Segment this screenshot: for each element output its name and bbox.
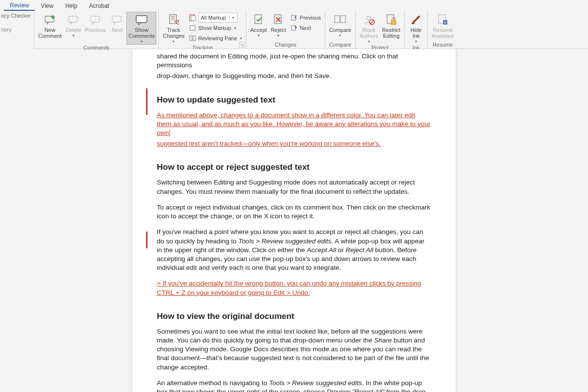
document-page[interactable]: shared the document in Editing mode, jus… [132, 49, 456, 392]
svg-rect-10 [191, 16, 196, 21]
document-area[interactable]: shared the document in Editing mode, jus… [0, 49, 588, 392]
svg-point-20 [367, 16, 370, 20]
change-indicator-bar[interactable] [146, 232, 147, 248]
body-text[interactable]: Switching between Editing and Suggesting… [157, 178, 431, 196]
group-label-changes: Changes [248, 42, 323, 48]
svg-rect-19 [341, 16, 345, 23]
tab-help[interactable]: Help [59, 1, 83, 10]
svg-text:in: in [444, 21, 447, 24]
next-comment-button[interactable]: Next [108, 12, 126, 34]
change-indicator-bar[interactable] [146, 88, 147, 115]
track-changes-button[interactable]: Track Changes ▾ [161, 12, 186, 45]
reject-button[interactable]: Reject ▾ [269, 12, 288, 39]
reviewing-pane-icon [189, 34, 196, 42]
previous-comment-button[interactable]: Previous [83, 12, 108, 34]
svg-rect-18 [335, 16, 340, 23]
delete-comment-button[interactable]: Delete ▾ [64, 12, 83, 39]
tracked-insertion[interactable]: suggested text aren't tracked—only when … [157, 139, 431, 148]
resume-assistant-button[interactable]: in Resume Assistant [430, 12, 456, 40]
group-comments: New Comment Delete ▾ Previous Next [34, 11, 159, 49]
text-cursor [170, 130, 170, 137]
markup-display-combo[interactable]: All Markup ▾ [187, 13, 245, 23]
chevron-down-icon: ▾ [240, 36, 242, 41]
chevron-down-icon: ▾ [258, 33, 260, 38]
svg-rect-5 [170, 15, 176, 24]
svg-line-22 [370, 20, 374, 24]
body-text[interactable]: drop-down, change to Suggesting mode, an… [157, 72, 431, 80]
chevron-down-icon: ▾ [172, 39, 174, 44]
next-change-button[interactable]: Next [288, 23, 323, 33]
heading[interactable]: How to view the original document [157, 311, 431, 322]
body-text[interactable]: An alternative method is navigating to T… [157, 379, 431, 392]
tracked-insertion[interactable]: > If you've accidentally hit the wrong b… [157, 279, 431, 297]
hide-ink-button[interactable]: Hide Ink ▾ [407, 12, 425, 45]
group-label-resume: Resume [430, 42, 456, 48]
group-changes: Accept ▾ Reject ▾ Previous [246, 11, 325, 49]
svg-rect-25 [412, 23, 415, 24]
group-resume: in Resume Assistant Resume [428, 11, 458, 49]
chevron-down-icon: ▾ [339, 33, 341, 38]
proofing-group-fragment: ncy Checker nary [0, 11, 34, 49]
chevron-down-icon: ▾ [277, 33, 279, 38]
svg-rect-16 [292, 15, 295, 20]
svg-rect-4 [136, 16, 147, 23]
tab-view[interactable]: View [35, 1, 59, 10]
heading[interactable]: How to accept or reject suggested text [157, 162, 431, 173]
ribbon: New Comment Delete ▾ Previous Next [0, 11, 588, 49]
group-ink: Hide Ink ▾ Ink [405, 11, 428, 49]
block-authors-icon [362, 13, 376, 26]
show-markup-icon [189, 24, 196, 32]
tab-acrobat[interactable]: Acrobat [83, 1, 115, 10]
restrict-editing-icon [384, 13, 398, 26]
menu-tab-bar: Review View Help Acrobat [0, 0, 588, 11]
show-comments-button[interactable]: Show Comments ▾ [126, 12, 156, 45]
next-change-icon [290, 24, 298, 32]
group-tracking: Track Changes ▾ All Markup ▾ [159, 11, 246, 49]
new-comment-button[interactable]: New Comment [36, 12, 64, 40]
svg-rect-13 [193, 36, 196, 41]
reject-icon [271, 13, 285, 26]
show-markup-button[interactable]: Show Markup ▾ [187, 23, 245, 33]
next-comment-icon [110, 13, 124, 26]
chevron-down-icon: ▾ [229, 16, 237, 20]
chevron-down-icon: ▾ [73, 33, 74, 38]
svg-rect-14 [255, 15, 262, 24]
track-changes-icon [167, 13, 180, 26]
reviewing-pane-button[interactable]: Reviewing Pane ▾ [187, 33, 245, 43]
body-text[interactable]: If you've reached a point where you know… [157, 228, 431, 272]
heading[interactable]: How to update suggested text [157, 95, 431, 106]
restrict-editing-button[interactable]: Restrict Editing [380, 12, 402, 40]
chevron-down-icon: ▾ [141, 39, 143, 44]
svg-rect-2 [91, 16, 99, 22]
compare-button[interactable]: Compare ▾ [327, 12, 353, 39]
compare-icon [333, 13, 347, 26]
group-protect: Block Authors ▾ Restrict Editing Protect [356, 11, 405, 49]
svg-rect-3 [112, 16, 121, 22]
hide-ink-icon [409, 13, 423, 26]
previous-change-button[interactable]: Previous [288, 13, 323, 23]
previous-comment-icon [89, 13, 102, 26]
body-text[interactable]: shared the document in Editing mode, jus… [157, 52, 431, 70]
dictionary-fragment[interactable]: nary [1, 26, 33, 32]
tracked-insertion[interactable]: As mentioned above, changes to a documen… [157, 111, 431, 138]
svg-rect-12 [190, 36, 192, 41]
tracking-dialog-launcher[interactable]: ↘ [239, 42, 245, 48]
markup-combo-icon [189, 14, 196, 22]
group-label-compare: Compare [327, 42, 353, 48]
svg-rect-24 [391, 21, 396, 25]
new-comment-icon [43, 13, 57, 26]
accept-button[interactable]: Accept ▾ [248, 12, 269, 39]
accessibility-checker-fragment[interactable]: ncy Checker [1, 13, 33, 19]
delete-comment-icon [67, 13, 80, 26]
group-compare: Compare ▾ Compare [325, 11, 356, 49]
chevron-down-icon: ▾ [415, 39, 417, 44]
chevron-down-icon: ▾ [368, 39, 370, 44]
block-authors-button[interactable]: Block Authors ▾ [358, 12, 380, 45]
body-text[interactable]: Sometimes you want to see what the initi… [157, 327, 431, 372]
tab-review[interactable]: Review [4, 0, 35, 11]
chevron-down-icon: ▾ [234, 26, 236, 30]
accept-icon [252, 13, 266, 26]
svg-rect-1 [69, 16, 77, 22]
body-text[interactable]: To accept or reject individual changes, … [157, 203, 431, 221]
previous-change-icon [290, 14, 298, 22]
